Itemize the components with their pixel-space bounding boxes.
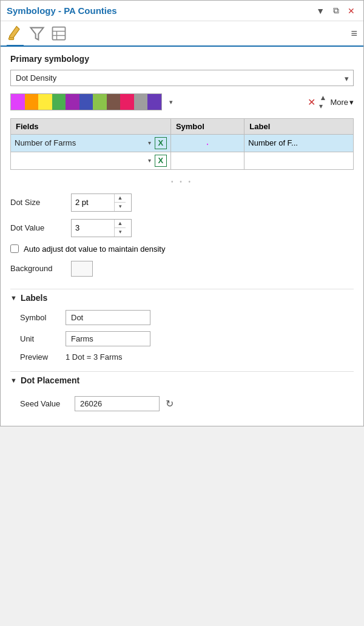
swatch-8 <box>120 94 134 110</box>
title-bar-controls: ▼ ⧉ ✕ <box>314 4 357 17</box>
table-row[interactable]: X <box>11 152 354 169</box>
labels-section-title: Labels <box>21 293 47 303</box>
color-palette[interactable] <box>10 93 162 110</box>
restore-button[interactable]: ⧉ <box>331 4 342 17</box>
seed-value-row: Seed Value ↻ <box>20 392 354 415</box>
table-icon-svg <box>50 25 67 42</box>
filter-icon-svg <box>29 25 46 42</box>
remove-field-1-button[interactable]: X <box>155 137 167 149</box>
move-up-button[interactable]: ▲ <box>319 93 326 102</box>
field-dropdown-2: X <box>15 155 167 167</box>
label-cell-1: Number of F... <box>244 134 354 152</box>
minimize-button[interactable]: ▼ <box>314 5 327 17</box>
toolbar: ≡ <box>1 21 363 47</box>
unit-label-row: Unit <box>20 331 354 346</box>
background-label: Background <box>10 264 65 273</box>
more-chevron-icon: ▾ <box>349 98 354 107</box>
symbol-cell-2 <box>170 152 244 169</box>
fields-table-body: Number of Farms X · Number of F... <box>11 134 354 169</box>
dot-placement-section-header[interactable]: ▼ Dot Placement <box>10 371 354 389</box>
preview-label-row: Preview 1 Dot = 3 Farms <box>20 352 354 362</box>
labels-collapse-arrow: ▼ <box>10 294 17 301</box>
palette-dropdown-arrow[interactable]: ▾ <box>167 98 175 106</box>
background-row: Background <box>10 261 354 277</box>
swatch-7 <box>107 94 121 110</box>
symbol-dot-1: · <box>206 136 209 150</box>
dot-value-down-arrow[interactable]: ▾ <box>115 228 126 237</box>
table-row[interactable]: Number of Farms X · Number of F... <box>11 134 354 152</box>
more-button[interactable]: More ▾ <box>330 98 354 107</box>
swatch-3 <box>52 94 66 110</box>
symbology-type-dropdown[interactable]: Dot Density Unique Values Graduated Colo… <box>10 70 354 86</box>
field-select-wrapper-1: Number of Farms <box>15 138 152 147</box>
fields-table-header: Fields Symbol Label <box>11 118 354 134</box>
label-cell-2 <box>244 152 354 169</box>
filter-tab-icon[interactable] <box>29 25 46 42</box>
paint-tab-icon[interactable] <box>7 25 24 42</box>
seed-value-input[interactable] <box>75 396 160 411</box>
divider-dots: • • • <box>10 175 354 189</box>
svg-marker-2 <box>31 28 44 40</box>
svg-rect-1 <box>9 38 14 40</box>
palette-controls: ✕ ▲ ▾ More ▾ <box>308 93 354 111</box>
swatch-10 <box>147 94 161 110</box>
swatch-9 <box>134 94 148 110</box>
fields-table: Fields Symbol Label Number of Farms <box>10 118 354 170</box>
symbology-panel: Symbology - PA Counties ▼ ⧉ ✕ <box>0 0 364 426</box>
field-dropdown-1: Number of Farms X <box>15 137 167 149</box>
preview-value: 1 Dot = 3 Farms <box>66 352 123 362</box>
background-color-swatch[interactable] <box>71 261 93 277</box>
fields-table-header-row: Fields Symbol Label <box>11 118 354 134</box>
dot-placement-section-title: Dot Placement <box>21 375 79 385</box>
svg-rect-3 <box>53 27 66 40</box>
swatch-2 <box>38 94 52 110</box>
auto-adjust-label: Auto adjust dot value to maintain densit… <box>24 244 165 254</box>
move-up-down-buttons[interactable]: ▲ ▾ <box>319 93 326 111</box>
symbol-column-header: Symbol <box>170 118 244 134</box>
swatch-1 <box>25 94 39 110</box>
move-down-button[interactable]: ▾ <box>319 102 326 110</box>
field-select-1[interactable]: Number of Farms <box>15 138 152 147</box>
unit-label: Unit <box>20 334 59 343</box>
symbol-cell-1[interactable]: · <box>170 134 244 152</box>
fields-column-header: Fields <box>11 118 171 134</box>
dot-size-label: Dot Size <box>10 198 65 207</box>
close-button[interactable]: ✕ <box>345 5 357 17</box>
symbol-label: Symbol <box>20 313 59 322</box>
table-tab-icon[interactable] <box>50 25 67 42</box>
refresh-seed-button[interactable]: ↻ <box>166 398 174 409</box>
svg-marker-0 <box>10 26 19 39</box>
primary-symbology-label: Primary symbology <box>10 54 354 64</box>
dot-value-up-arrow[interactable]: ▲ <box>115 220 126 228</box>
field-select-2[interactable] <box>15 156 152 165</box>
labels-section-header[interactable]: ▼ Labels <box>10 289 354 306</box>
auto-adjust-checkbox[interactable] <box>10 244 19 253</box>
dot-size-arrows: ▲ ▾ <box>114 194 126 211</box>
dot-placement-section-content: Seed Value ↻ <box>10 389 354 419</box>
paint-icon-svg <box>7 25 24 42</box>
delete-field-button[interactable]: ✕ <box>308 96 315 108</box>
dot-size-row: Dot Size ▲ ▾ <box>10 194 354 212</box>
dot-value-input[interactable] <box>72 221 114 235</box>
swatch-0 <box>11 94 25 110</box>
dot-size-spinner[interactable]: ▲ ▾ <box>71 194 132 212</box>
swatch-6 <box>93 94 107 110</box>
dot-placement-collapse-arrow: ▼ <box>10 377 17 384</box>
symbology-type-dropdown-wrapper: Dot Density Unique Values Graduated Colo… <box>10 70 354 86</box>
title-bar-left: Symbology - PA Counties <box>7 5 117 16</box>
dot-size-input[interactable] <box>72 195 114 209</box>
field-cell-2: X <box>11 152 171 169</box>
window-title: Symbology - PA Counties <box>7 5 117 16</box>
symbology-type-row: Dot Density Unique Values Graduated Colo… <box>10 70 354 86</box>
toolbar-menu-button[interactable]: ≡ <box>351 27 357 40</box>
field-cell-1: Number of Farms X <box>11 134 171 152</box>
dot-size-up-arrow[interactable]: ▲ <box>115 194 126 203</box>
dot-value-arrows: ▲ ▾ <box>114 220 126 237</box>
dot-size-down-arrow[interactable]: ▾ <box>115 203 126 211</box>
unit-value-input[interactable] <box>66 331 150 346</box>
swatch-4 <box>66 94 79 110</box>
symbol-value-input[interactable] <box>66 310 150 325</box>
dot-value-spinner[interactable]: ▲ ▾ <box>71 219 132 237</box>
content-area: Primary symbology Dot Density Unique Val… <box>1 47 363 426</box>
remove-field-2-button[interactable]: X <box>155 155 167 167</box>
